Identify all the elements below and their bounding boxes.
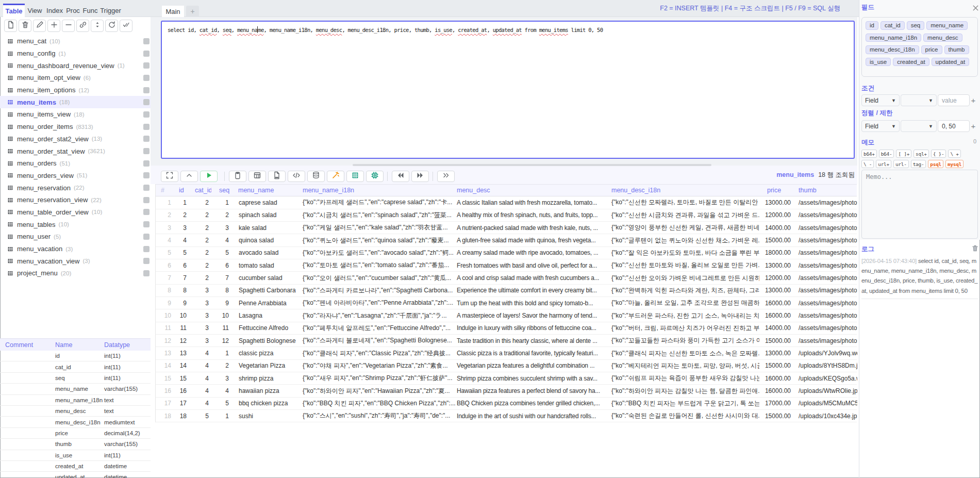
table-checkbox[interactable] (143, 51, 150, 57)
table-checkbox[interactable] (143, 136, 150, 142)
condition-add-button[interactable]: + (970, 94, 977, 106)
column-header-seq[interactable]: seq (211, 185, 231, 196)
sidebar-minus-button[interactable] (62, 20, 75, 32)
sidebar-sql-doc-button[interactable] (4, 20, 17, 32)
sidebar-pencil-button[interactable] (33, 20, 46, 32)
table-row[interactable]: 9939Penne Arrabbiata{"ko":"펜네 아라비아타","en… (156, 297, 857, 309)
sort-field-select[interactable]: Field▼ (861, 120, 900, 132)
close-icon[interactable] (971, 3, 980, 12)
table-row[interactable]: 6626tomato salad{"ko":"토마토 샐러드","en":"to… (156, 259, 857, 272)
field-chip-id[interactable]: id (866, 21, 878, 30)
limit-input[interactable]: 0, 50 (938, 120, 970, 132)
sidebar-item-menu_reservation_view[interactable]: menu_reservation_view (22) (0, 194, 151, 206)
sidebar-item-menu_user[interactable]: menu_user (5) (0, 230, 151, 243)
table-row[interactable]: 171745bbq chicken pizza{"ko":"BBQ 치킨 피자"… (156, 398, 857, 410)
sidebar-item-menu_orders[interactable]: menu_orders (51) (0, 157, 151, 170)
schema-row[interactable]: menu_desc_i18nmediumtext (0, 417, 151, 427)
sidebar-tab-view[interactable]: View (25, 4, 45, 17)
editor-horizontal-scrollbar[interactable] (353, 164, 711, 166)
chip-button[interactable] (366, 171, 384, 182)
table-checkbox[interactable] (143, 234, 150, 240)
memo-button-url[interactable]: url+ (876, 160, 891, 168)
table-row[interactable]: 4424quinoa salad{"ko":"퀴노아 샐러드","en":"qu… (156, 234, 857, 246)
sidebar-link-button[interactable] (76, 20, 89, 32)
sidebar-item-menu_table_order_view[interactable]: menu_table_order_view (10) (0, 206, 151, 219)
field-chip-thumb[interactable]: thumb (944, 45, 969, 54)
sidebar-trash-button[interactable] (19, 20, 31, 32)
schema-row[interactable]: updated_atdatetime (0, 472, 151, 478)
sidebar-item-menu_items[interactable]: menu_items (18) (0, 96, 151, 108)
new-tab-button[interactable]: + (186, 6, 199, 17)
tab-main[interactable]: Main (162, 6, 184, 17)
sidebar-item-menu_config[interactable]: menu_config (1) (0, 47, 151, 60)
memo-button-[interactable]: { }- (931, 150, 946, 158)
field-chip-seq[interactable]: seq (907, 21, 925, 30)
memo-button-sql[interactable]: sql+ (913, 150, 929, 158)
table-row[interactable]: 151543shrimp pizza{"ko":"새우 피자","en":"Sh… (156, 372, 857, 385)
play-button[interactable] (200, 171, 218, 182)
sidebar-item-menu_vacation_view[interactable]: menu_vacation_view (3) (0, 255, 151, 267)
sidebar-tab-func[interactable]: Func (81, 4, 99, 17)
table-checkbox[interactable] (143, 172, 150, 178)
column-header-num[interactable]: # (156, 185, 173, 196)
table-checkbox[interactable] (143, 246, 150, 252)
column-header-cat_id[interactable]: cat_id (189, 185, 211, 196)
memo-button-b64[interactable]: b64+ (861, 150, 877, 158)
table-checkbox[interactable] (143, 148, 150, 154)
table-row[interactable]: 8838Spaghetti Carbonara{"ko":"스파게티 카르보나라… (156, 285, 857, 297)
table-checkbox[interactable] (143, 221, 150, 227)
chevrons-right-button[interactable] (437, 171, 455, 182)
sidebar-tab-proc[interactable]: Proc (64, 4, 81, 17)
table-checkbox[interactable] (143, 62, 150, 69)
sidebar-item-menu_orders_view[interactable]: menu_orders_view (51) (0, 170, 151, 182)
column-header-price[interactable]: price (759, 185, 793, 196)
table-row[interactable]: 1212312Spaghetti Bolognese{"ko":"스파게티 볼로… (156, 335, 857, 347)
sidebar-item-menu_order_stat2_view[interactable]: menu_order_stat2_view (13) (0, 133, 151, 145)
schema-row[interactable]: created_atdatetime (0, 461, 151, 472)
column-header-menu_desc[interactable]: menu_desc (457, 185, 611, 196)
table-row[interactable]: 1010310Lasagna{"ko":"라자냐","en":"Lasagna"… (156, 309, 857, 322)
column-header-menu_desc_i18n[interactable]: menu_desc_i18n (611, 185, 759, 196)
table-checkbox[interactable] (143, 185, 150, 191)
memo-textarea[interactable]: Memo... (861, 170, 978, 239)
column-header-menu_name_i18n[interactable]: menu_name_i18n (303, 185, 457, 196)
sidebar-item-menu_item_opt_view[interactable]: menu_item_opt_view (6) (0, 72, 151, 84)
table-row[interactable]: 1111311Fettuccine Alfredo{"ko":"페투치네 알프레… (156, 322, 857, 335)
sidebar-tab-table[interactable]: Table (3, 4, 25, 17)
sidebar-item-menu_tables[interactable]: menu_tables (10) (0, 218, 151, 230)
schema-row[interactable]: idint(11) (0, 351, 151, 361)
column-header-menu_name[interactable]: menu_name (231, 185, 303, 196)
memo-button-[interactable]: \ - (861, 160, 874, 168)
field-chip-updated_at[interactable]: updated_at (932, 58, 970, 67)
condition-field-select[interactable]: Field▼ (861, 94, 900, 106)
file-csv-button[interactable] (268, 171, 286, 182)
sidebar-item-menu_dashboard_revenue_view[interactable]: menu_dashboard_revenue_view (1) (0, 59, 151, 72)
table-row[interactable]: 1121caprese salad{"ko":"카프레제 샐러드","en":"… (156, 196, 857, 209)
table-checkbox[interactable] (143, 209, 150, 215)
clipboard-button[interactable] (229, 171, 246, 182)
condition-operator-select[interactable]: ▼ (901, 94, 937, 106)
memo-button-url[interactable]: url- (893, 160, 909, 168)
column-header-thumb[interactable]: thumb (793, 185, 857, 196)
table-row[interactable]: 2222spinach salad{"ko":"시금치 샐러드","en":"s… (156, 209, 857, 222)
schema-row[interactable]: seqint(11) (0, 373, 151, 384)
column-header-id[interactable]: id (173, 185, 189, 196)
schema-row[interactable]: menu_desctext (0, 406, 151, 417)
table-row[interactable]: 161644hawaiian pizza{"ko":"하와이안 피자","en"… (156, 385, 857, 397)
wand-button[interactable] (327, 171, 344, 182)
rewind-button[interactable] (392, 171, 409, 182)
sidebar-sort-button[interactable] (91, 20, 104, 32)
sidebar-item-menu_order_items[interactable]: menu_order_items (8313) (0, 121, 151, 133)
field-chip-cat_id[interactable]: cat_id (881, 21, 905, 30)
sidebar-item-project_menu[interactable]: project_menu (20) (0, 267, 151, 279)
table-checkbox[interactable] (143, 197, 150, 203)
schema-row[interactable]: menu_namevarchar(155) (0, 384, 151, 394)
sidebar-tab-trigger[interactable]: Trigger (99, 4, 122, 17)
table-row[interactable]: 141442Vegetarian Pizza{"ko":"야채 피자","en"… (156, 360, 857, 372)
table-checkbox[interactable] (143, 75, 150, 81)
table-row[interactable]: 7727cucumber salad{"ko":"오이 샐러드","en":"c… (156, 272, 857, 284)
schema-row[interactable]: cat_idint(11) (0, 361, 151, 372)
memo-button-mysql[interactable]: mysql (945, 160, 964, 168)
field-chip-menu_desc_i18n[interactable]: menu_desc_i18n (866, 45, 919, 54)
sidebar-refresh-button[interactable] (105, 20, 118, 32)
